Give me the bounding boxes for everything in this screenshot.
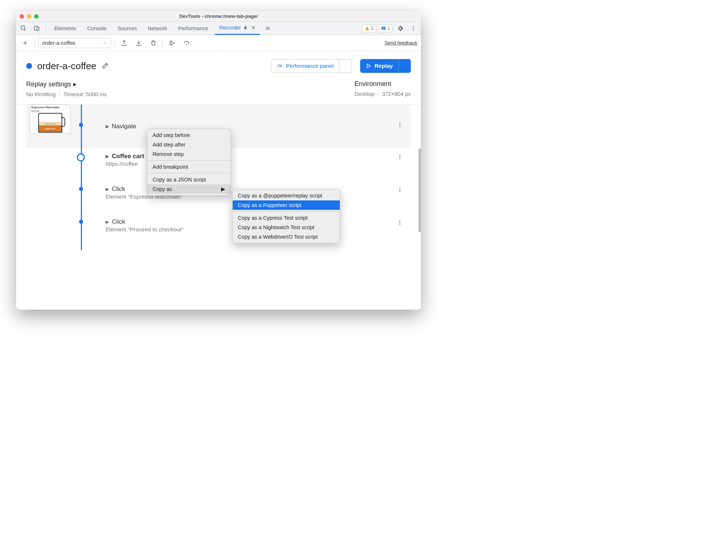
step-over-icon[interactable] xyxy=(181,38,192,48)
flask-icon xyxy=(243,22,248,34)
ctx-copy-json[interactable]: Copy as a JSON script xyxy=(147,175,231,184)
separator xyxy=(46,24,46,32)
ctx-add-step-after[interactable]: Add step after xyxy=(147,140,231,149)
close-tab-icon[interactable]: ✕ xyxy=(251,25,256,31)
separator xyxy=(59,91,60,98)
play-icon xyxy=(366,63,371,69)
close-window-button[interactable] xyxy=(20,14,24,19)
step-menu-icon[interactable] xyxy=(397,154,403,161)
separator xyxy=(147,160,231,161)
svg-point-17 xyxy=(400,191,401,192)
environment-title: Environment xyxy=(354,80,411,88)
minimize-window-button[interactable] xyxy=(27,14,31,19)
maximize-window-button[interactable] xyxy=(34,14,39,19)
device-toolbar-icon[interactable] xyxy=(31,23,42,34)
ctx-add-step-before[interactable]: Add step before xyxy=(147,130,231,140)
timeline-marker xyxy=(81,187,83,191)
svg-point-10 xyxy=(400,125,401,126)
ctx-copy-nightwatch[interactable]: Copy as a Nightwatch Test script xyxy=(233,223,340,232)
tab-sources[interactable]: Sources xyxy=(113,22,141,35)
thumb-price: $12.00 xyxy=(30,110,70,112)
performance-panel-dropdown[interactable] xyxy=(339,59,351,73)
svg-point-13 xyxy=(400,157,401,158)
new-recording-icon[interactable] xyxy=(20,38,31,48)
gauge-icon xyxy=(276,63,283,69)
separator xyxy=(147,173,231,173)
performance-panel-label: Performance panel xyxy=(286,63,334,69)
svg-rect-3 xyxy=(382,27,386,30)
step-title: Coffee cart xyxy=(112,153,144,160)
warnings-badge[interactable]: 1 xyxy=(362,24,376,32)
import-icon[interactable] xyxy=(133,38,144,48)
settings-row: Replay settings ▸ No throttling Timeout:… xyxy=(16,80,421,105)
step-click-checkout[interactable]: ▶ Click Element "Proceed to checkout" xyxy=(26,214,411,247)
inspect-element-icon[interactable] xyxy=(18,23,29,34)
replay-dropdown[interactable] xyxy=(398,59,411,73)
separator xyxy=(162,39,163,47)
continue-icon[interactable] xyxy=(166,38,177,48)
context-menu: Add step before Add step after Remove st… xyxy=(147,129,231,196)
ctx-copy-puppeteer[interactable]: Copy as a Puppeteer script xyxy=(233,200,340,210)
svg-point-16 xyxy=(400,189,401,191)
thumb-label: Espresso Macchiato xyxy=(30,105,70,110)
environment-settings: Environment Desktop 372×804 px xyxy=(354,80,411,98)
timeline-scroll[interactable]: Espresso Macchiato $12.00 milk foam espr… xyxy=(16,105,421,310)
chevron-right-icon: ▶ xyxy=(221,186,225,192)
step-menu-icon[interactable] xyxy=(397,187,403,194)
titlebar: DevTools - chrome://new-tab-page/ xyxy=(16,11,421,22)
expand-icon[interactable]: ▶ xyxy=(106,219,109,224)
settings-gear-icon[interactable] xyxy=(395,23,406,34)
expand-icon[interactable]: ▶ xyxy=(106,124,109,129)
coffee-cup-icon: milk foam espresso xyxy=(38,113,62,133)
svg-point-6 xyxy=(413,30,414,31)
context-submenu: Copy as a @puppeteer/replay script Copy … xyxy=(232,189,340,243)
delete-icon[interactable] xyxy=(148,38,159,48)
ctx-copy-webdriverio[interactable]: Copy as a WebdriverIO Test script xyxy=(233,232,340,242)
replay-label: Replay xyxy=(374,63,393,69)
svg-point-12 xyxy=(400,155,401,156)
tab-recorder[interactable]: Recorder ✕ xyxy=(215,22,260,35)
scrollbar-thumb[interactable] xyxy=(418,148,421,232)
recording-selector[interactable]: order-a-coffee xyxy=(38,38,111,48)
expand-icon[interactable]: ▶ xyxy=(106,154,109,159)
tab-performance[interactable]: Performance xyxy=(174,22,213,35)
tab-console[interactable]: Console xyxy=(83,22,111,35)
step-title: Click xyxy=(112,185,125,193)
replay-settings-title[interactable]: Replay settings ▸ xyxy=(26,80,107,88)
chevron-right-icon: ▸ xyxy=(73,80,76,88)
separator xyxy=(115,39,115,47)
ctx-copy-as[interactable]: Copy as ▶ xyxy=(147,184,231,194)
kebab-menu-icon[interactable] xyxy=(408,23,419,34)
step-menu-icon[interactable] xyxy=(397,122,403,129)
tab-elements[interactable]: Elements xyxy=(50,22,80,35)
recording-header: order-a-coffee Performance panel Replay xyxy=(16,51,421,80)
step-menu-icon[interactable] xyxy=(397,220,403,227)
expand-icon[interactable]: ▶ xyxy=(106,187,109,192)
svg-point-18 xyxy=(400,220,401,222)
ctx-add-breakpoint[interactable]: Add breakpoint xyxy=(147,162,231,172)
window-title: DevTools - chrome://new-tab-page/ xyxy=(16,13,421,19)
send-feedback-link[interactable]: Send feedback xyxy=(385,40,417,46)
replay-settings-values: No throttling Timeout: 5000 ms xyxy=(26,91,107,98)
tab-network[interactable]: Network xyxy=(143,22,172,35)
ctx-remove-step[interactable]: Remove step xyxy=(147,149,231,159)
svg-point-9 xyxy=(400,123,401,124)
svg-rect-2 xyxy=(37,27,39,31)
performance-panel-button[interactable]: Performance panel xyxy=(271,59,339,73)
issues-count: 1 xyxy=(387,26,390,31)
more-tabs-icon[interactable] xyxy=(262,23,273,34)
timeline-marker xyxy=(81,123,83,127)
timeout-value: Timeout: 5000 ms xyxy=(63,91,107,98)
ctx-copy-puppeteer-replay[interactable]: Copy as a @puppeteer/replay script xyxy=(233,191,340,200)
replay-button[interactable]: Replay xyxy=(360,59,398,73)
svg-point-4 xyxy=(413,26,414,27)
separator xyxy=(233,211,340,212)
issues-badge[interactable]: 1 xyxy=(378,24,393,32)
timeline-marker-current xyxy=(81,153,85,161)
edit-title-icon[interactable] xyxy=(102,62,109,70)
badge-group: 1 1 xyxy=(362,23,419,34)
export-icon[interactable] xyxy=(119,38,130,48)
ctx-copy-cypress[interactable]: Copy as a Cypress Test script xyxy=(233,213,340,223)
tab-recorder-label: Recorder xyxy=(219,25,241,31)
chevron-down-icon xyxy=(404,64,405,68)
